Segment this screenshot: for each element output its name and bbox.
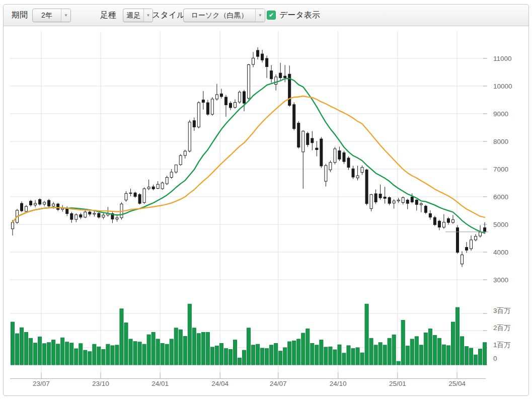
svg-text:8000: 8000 xyxy=(493,138,508,145)
svg-text:5000: 5000 xyxy=(493,221,508,228)
svg-text:23/07: 23/07 xyxy=(33,380,50,387)
svg-text:11000: 11000 xyxy=(493,55,512,62)
svg-text:2百万: 2百万 xyxy=(493,324,511,332)
svg-text:4000: 4000 xyxy=(493,249,508,256)
svg-text:24/07: 24/07 xyxy=(270,380,287,387)
svg-text:7000: 7000 xyxy=(493,166,508,173)
svg-text:25/04: 25/04 xyxy=(448,380,466,387)
svg-text:25/01: 25/01 xyxy=(389,380,406,387)
price-volume-chart: 23/0723/1024/0124/0424/0724/1025/0125/04… xyxy=(0,0,532,399)
svg-text:9000: 9000 xyxy=(493,110,508,118)
svg-text:0: 0 xyxy=(493,355,497,362)
svg-text:10000: 10000 xyxy=(493,83,512,90)
svg-text:24/01: 24/01 xyxy=(151,380,169,387)
svg-text:24/10: 24/10 xyxy=(330,380,347,387)
svg-text:3百万: 3百万 xyxy=(493,307,511,314)
svg-text:24/04: 24/04 xyxy=(211,380,229,387)
svg-text:6000: 6000 xyxy=(493,193,508,201)
svg-text:23/10: 23/10 xyxy=(92,380,109,387)
svg-text:1百万: 1百万 xyxy=(493,341,511,349)
svg-text:3000: 3000 xyxy=(493,276,508,284)
